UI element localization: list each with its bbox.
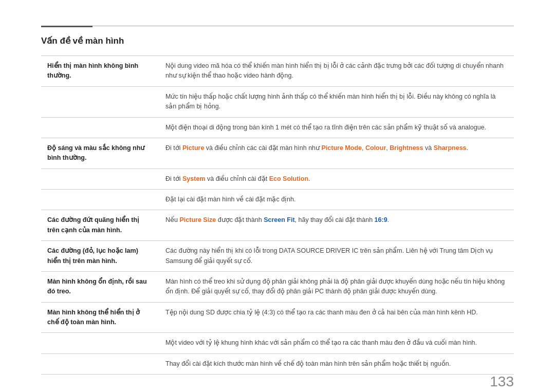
- row-content: Các đường này hiển thị khi có lỗi trong …: [159, 241, 514, 272]
- row-content: Nội dung video mã hóa có thể khiến màn h…: [159, 56, 514, 87]
- row-content: Màn hình có thể treo khi sử dụng độ phân…: [159, 271, 514, 302]
- table-row: Hiển thị màn hình không bình thường.Nội …: [41, 56, 514, 87]
- table-row: Độ sáng và màu sắc không như bình thường…: [41, 138, 514, 169]
- table-row: Một điện thoại di động trong bán kính 1 …: [41, 117, 514, 138]
- table-row: Mức tín hiệu thấp hoặc chất lượng hình ả…: [41, 86, 514, 117]
- table-row: Màn hình không thể hiển thị ở chế độ toà…: [41, 302, 514, 333]
- table-row: Một video với tỷ lệ khung hình khác với …: [41, 333, 514, 353]
- row-content: Thay đổi cài đặt kích thước màn hình về …: [159, 353, 514, 374]
- row-label: [41, 86, 159, 117]
- row-content: Đi tới System và điều chỉnh cài đặt Eco …: [159, 169, 514, 189]
- section-accent: [41, 26, 92, 27]
- table-row: Đi tới System và điều chỉnh cài đặt Eco …: [41, 169, 514, 189]
- content-table: Hiển thị màn hình không bình thường.Nội …: [41, 55, 514, 375]
- table-row: Màn hình không ổn định, rồi sau đó treo.…: [41, 271, 514, 302]
- page-title: Vấn đề về màn hình: [41, 35, 514, 46]
- row-content: Một video với tỷ lệ khung hình khác với …: [159, 333, 514, 353]
- table-row: Các đường đứt quãng hiển thị trên cạnh c…: [41, 210, 514, 241]
- row-label: Các đường đứt quãng hiển thị trên cạnh c…: [41, 210, 159, 241]
- row-content: Tệp nội dung SD được chia tỷ lệ (4:3) có…: [159, 302, 514, 333]
- row-content: Một điện thoại di động trong bán kính 1 …: [159, 117, 514, 138]
- row-label: [41, 117, 159, 138]
- table-row: Đặt lại cài đặt màn hình về cài đặt mặc …: [41, 190, 514, 210]
- row-content: Đặt lại cài đặt màn hình về cài đặt mặc …: [159, 190, 514, 210]
- row-label: [41, 333, 159, 353]
- row-label: [41, 353, 159, 374]
- row-label: Độ sáng và màu sắc không như bình thường…: [41, 138, 159, 169]
- table-row: Các đường (đỏ, lục hoặc lam) hiển thị tr…: [41, 241, 514, 272]
- row-label: Màn hình không thể hiển thị ở chế độ toà…: [41, 302, 159, 333]
- page-number: 133: [490, 374, 514, 390]
- row-content: Mức tín hiệu thấp hoặc chất lượng hình ả…: [159, 86, 514, 117]
- row-label: Màn hình không ổn định, rồi sau đó treo.: [41, 271, 159, 302]
- row-label: [41, 169, 159, 189]
- row-label: [41, 190, 159, 210]
- row-content: Đi tới Picture và điều chỉnh các cài đặt…: [159, 138, 514, 169]
- top-divider: [41, 26, 514, 26]
- table-row: Thay đổi cài đặt kích thước màn hình về …: [41, 353, 514, 374]
- row-content: Nếu Picture Size được đặt thành Screen F…: [159, 210, 514, 241]
- row-label: Hiển thị màn hình không bình thường.: [41, 56, 159, 87]
- row-label: Các đường (đỏ, lục hoặc lam) hiển thị tr…: [41, 241, 159, 272]
